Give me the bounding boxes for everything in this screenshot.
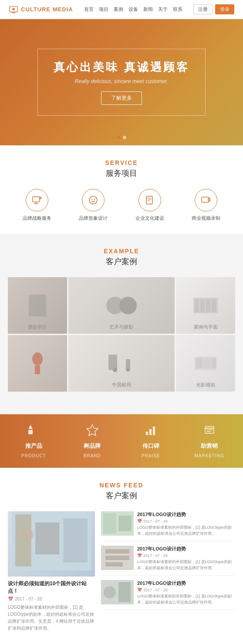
news-zh-label: 客户案例 xyxy=(8,490,235,501)
news-item-excerpt-1: LOGO整体标准素材的外部图标，[1] 是LOGOtype的副本，超好的超标准会… xyxy=(137,525,235,537)
news-item-date-1: 📅 2017 - 07 - 26 xyxy=(137,519,235,523)
svg-rect-26 xyxy=(204,358,210,368)
strip-item-1: 推产品 PRODUCT xyxy=(4,424,63,458)
hero-section: 真心出美味 真诚遇顾客 Really delicious, sincere me… xyxy=(0,19,243,145)
praise-icon xyxy=(145,424,157,439)
strip-en-3: PRAISE xyxy=(142,453,160,458)
hero-content: 真心出美味 真诚遇顾客 Really delicious, sincere me… xyxy=(37,49,205,116)
service-icon-1 xyxy=(26,189,48,211)
svg-rect-37 xyxy=(206,431,211,432)
gallery-item-4 xyxy=(8,335,67,392)
nav-news[interactable]: 新闻 xyxy=(143,6,153,13)
service-item-1: 品牌战略服务 xyxy=(9,189,65,221)
service-item-3: 企业文化建设 xyxy=(122,189,178,221)
gallery-item-5: 中国邮局 xyxy=(68,335,175,392)
svg-rect-28 xyxy=(28,430,33,434)
news-main-excerpt: LOGO整体标准素材的外部图标，[1] 是LOGOtype的副本，超好的超标准会… xyxy=(8,604,95,632)
header-actions: 注册 登录 xyxy=(193,4,234,14)
news-section: NEWS FEED 客户案例 设计师必须知道的10个国外设计站点！ 📅 xyxy=(0,468,243,644)
calendar-icon-3: 📅 xyxy=(137,588,142,592)
service-icons-row: 品牌战略服务 品牌形象设计 企业文化建设 商业视频录制 xyxy=(9,189,234,221)
register-button[interactable]: 注册 xyxy=(193,4,213,14)
strip-item-3: 传口碑 PRAISE xyxy=(122,424,180,458)
news-main-article: 设计师必须知道的10个国外设计站点！ 📅 2017 - 07 - 26 LOGO… xyxy=(8,511,95,632)
svg-rect-39 xyxy=(15,514,31,567)
svg-rect-3 xyxy=(33,197,40,202)
svg-point-21 xyxy=(113,368,117,372)
news-item-title-1[interactable]: 2017年LOGO设计趋势 xyxy=(137,511,235,518)
news-img-placeholder xyxy=(8,511,95,577)
news-en-label: NEWS FEED xyxy=(8,482,235,489)
svg-rect-20 xyxy=(108,355,117,370)
svg-rect-35 xyxy=(205,428,214,429)
strip-en-2: BRAND xyxy=(84,453,101,458)
strip-item-4: 助营销 MARKETING xyxy=(180,424,239,458)
service-section: SERVICE 服务项目 品牌战略服务 品牌形象设计 企业文化建设 商业视频录制 xyxy=(0,145,243,234)
nav-contact[interactable]: 联系 xyxy=(173,6,182,13)
svg-point-51 xyxy=(104,586,116,598)
news-main-image xyxy=(8,511,95,577)
nav-about[interactable]: 关于 xyxy=(158,6,168,13)
svg-point-23 xyxy=(126,368,130,372)
gallery-label-6: 光影感知 xyxy=(196,382,215,388)
svg-rect-45 xyxy=(118,516,132,531)
dot-1[interactable] xyxy=(117,136,120,139)
nav-home[interactable]: 首页 xyxy=(84,6,94,13)
news-item-title-2[interactable]: 2017年LOGO设计趋势 xyxy=(137,546,235,552)
svg-rect-31 xyxy=(149,429,152,435)
news-item-img-3 xyxy=(101,580,134,604)
service-label-1: 品牌战略服务 xyxy=(23,215,51,221)
news-item-img-1 xyxy=(101,511,134,536)
news-main-title[interactable]: 设计师必须知道的10个国外设计站点！ xyxy=(8,580,95,595)
logo-icon xyxy=(9,5,18,14)
news-item-3: 2017年LOGO设计趋势 📅 2017 - 07 - 26 LOGO整体标准素… xyxy=(101,580,235,610)
news-item-content-2: 2017年LOGO设计趋势 📅 2017 - 07 - 26 LOGO整体标准素… xyxy=(137,546,235,571)
service-en-label: SERVICE xyxy=(9,159,234,166)
strip-zh-1: 推产品 xyxy=(25,442,42,450)
svg-rect-14 xyxy=(195,299,199,312)
svg-rect-44 xyxy=(103,513,116,533)
news-item-title-3[interactable]: 2017年LOGO设计趋势 xyxy=(137,580,235,587)
svg-point-12 xyxy=(119,297,137,314)
hero-cta-button[interactable]: 了解更多 xyxy=(101,91,142,105)
service-label-3: 企业文化建设 xyxy=(135,215,164,221)
strip-zh-2: 树品牌 xyxy=(84,442,101,450)
svg-rect-40 xyxy=(35,523,59,555)
service-icon-2 xyxy=(82,189,105,211)
marketing-icon xyxy=(203,424,216,439)
news-item-excerpt-3: LOGO整体标准素材的外部图标，[1] 是LOGOtype的副本，超好的超标准会… xyxy=(137,594,235,605)
example-zh-label: 客户案例 xyxy=(0,256,243,267)
login-button[interactable]: 登录 xyxy=(215,4,234,14)
banner-strip: 推产品 PRODUCT 树品牌 BRAND 传口碑 PRAISE 助营销 MAR… xyxy=(0,414,243,468)
news-item-excerpt-2: LOGO整体标准素材的外部图标，[1] 是LOGOtype的副本，超好的超标准会… xyxy=(137,559,235,571)
gallery-item-2: 艺术与摄影 xyxy=(68,277,175,334)
svg-rect-32 xyxy=(153,426,155,435)
svg-rect-27 xyxy=(212,358,216,368)
header: CULTURE MEDIA 首页 项目 案例 设备 新闻 关于 联系 注册 登录 xyxy=(0,0,243,19)
strip-zh-4: 助营销 xyxy=(201,442,218,450)
dot-2[interactable] xyxy=(123,136,126,139)
svg-rect-48 xyxy=(105,556,129,560)
service-zh-label: 服务项目 xyxy=(9,168,234,178)
service-item-2: 品牌形象设计 xyxy=(65,189,122,221)
gallery-label-1: 摄影类出 xyxy=(28,324,47,330)
svg-rect-9 xyxy=(202,197,209,202)
nav-equipment[interactable]: 设备 xyxy=(128,6,138,13)
nav-project[interactable]: 项目 xyxy=(99,6,108,13)
nav-case[interactable]: 案例 xyxy=(114,6,123,13)
svg-rect-41 xyxy=(64,518,88,562)
news-item-content-1: 2017年LOGO设计趋势 📅 2017 - 07 - 26 LOGO整体标准素… xyxy=(137,511,235,537)
service-item-4: 商业视频录制 xyxy=(178,189,235,221)
hero-dots xyxy=(117,136,126,139)
news-item-content-3: 2017年LOGO设计趋势 📅 2017 - 07 - 26 LOGO整体标准素… xyxy=(137,580,235,605)
gallery-item-1: 摄影类出 xyxy=(8,277,67,334)
product-icon xyxy=(27,424,40,439)
strip-en-4: MARKETING xyxy=(195,453,224,458)
svg-marker-29 xyxy=(28,425,33,429)
service-icon-4 xyxy=(195,189,217,211)
calendar-icon-2: 📅 xyxy=(137,553,142,558)
svg-point-42 xyxy=(21,528,34,540)
svg-point-4 xyxy=(39,197,42,199)
brand-icon xyxy=(86,424,98,439)
svg-rect-49 xyxy=(105,562,123,567)
